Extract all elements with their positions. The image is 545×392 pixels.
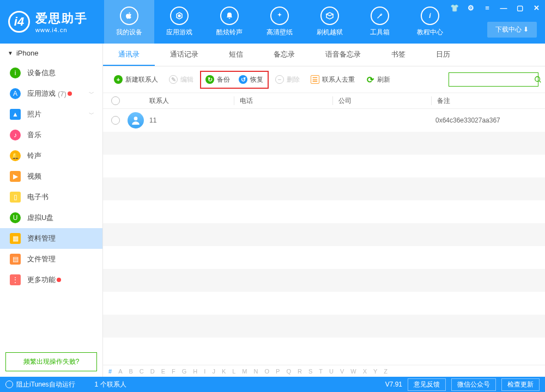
photo-icon: ▲	[10, 109, 21, 120]
logo-icon: i4	[8, 11, 30, 33]
app-url: www.i4.cn	[35, 27, 88, 33]
restore-button[interactable]: ↺恢复	[234, 73, 268, 87]
select-all-checkbox[interactable]	[111, 96, 120, 105]
tab-4[interactable]: 语音备忘录	[310, 44, 376, 66]
alpha-V[interactable]: V	[340, 368, 344, 375]
alpha-B[interactable]: B	[129, 368, 132, 375]
alpha-#[interactable]: #	[108, 368, 112, 375]
table-row	[103, 246, 545, 269]
dedupe-button[interactable]: ☰联系人去重	[306, 73, 359, 87]
nav-apps[interactable]: 应用游戏	[154, 0, 204, 44]
alpha-O[interactable]: O	[264, 368, 269, 375]
alpha-H[interactable]: H	[193, 368, 197, 375]
logo[interactable]: i4 爱思助手 www.i4.cn	[0, 10, 96, 33]
feedback-button[interactable]: 意见反馈	[408, 378, 446, 391]
tab-0[interactable]: 通讯录	[103, 44, 155, 66]
table-body: 110x64c36e33027aa367	[103, 109, 545, 365]
sidebar-item-more[interactable]: ⋮更多功能	[0, 270, 102, 290]
sidebar-item-udisk[interactable]: U虚拟U盘	[0, 207, 102, 228]
video-icon: ▶	[10, 171, 21, 182]
help-link[interactable]: 频繁出现操作失败?	[5, 352, 97, 371]
nav-wallpapers[interactable]: 高清壁纸	[255, 0, 305, 44]
sidebar-item-video[interactable]: ▶视频	[0, 166, 102, 187]
alpha-J[interactable]: J	[212, 368, 215, 375]
table-row[interactable]: 110x64c36e33027aa367	[103, 109, 545, 132]
minimize-icon[interactable]: —	[498, 3, 510, 13]
sidebar-item-music[interactable]: ♪音乐	[0, 125, 102, 145]
table-row	[103, 132, 545, 155]
nav-flash[interactable]: 刷机越狱	[305, 0, 355, 44]
chevron-down-icon: ﹀	[89, 90, 94, 97]
table-row	[103, 200, 545, 223]
alpha-S[interactable]: S	[308, 368, 312, 375]
alpha-I[interactable]: I	[204, 368, 205, 375]
alpha-C[interactable]: C	[140, 368, 144, 375]
settings-icon[interactable]: ⚙	[465, 3, 477, 13]
sidebar-item-file[interactable]: ▤文件管理	[0, 249, 102, 270]
table-header: 联系人 电话 公司 备注	[103, 93, 545, 109]
search-box[interactable]	[449, 72, 538, 87]
sidebar-item-bell[interactable]: 🔔铃声	[0, 145, 102, 166]
menu-icon[interactable]: ≡	[481, 3, 493, 13]
tab-6[interactable]: 日历	[421, 44, 465, 66]
col-company[interactable]: 公司	[333, 96, 431, 106]
alpha-Q[interactable]: Q	[286, 368, 291, 375]
alpha-Z[interactable]: Z	[384, 368, 387, 375]
alpha-A[interactable]: A	[118, 368, 122, 375]
close-icon[interactable]: ✕	[530, 3, 542, 13]
alpha-D[interactable]: D	[150, 368, 155, 375]
sidebar-item-data[interactable]: ▦资料管理	[0, 228, 102, 249]
nav-toolbox[interactable]: 工具箱	[355, 0, 405, 44]
device-selector[interactable]: ▼ iPhone	[0, 44, 102, 63]
search-icon[interactable]	[534, 76, 542, 83]
sidebar-item-info[interactable]: i设备信息	[0, 63, 102, 83]
nav-ringtones[interactable]: 酷炫铃声	[204, 0, 255, 44]
col-phone[interactable]: 电话	[234, 96, 332, 106]
alpha-L[interactable]: L	[232, 368, 235, 375]
nav-tutorials[interactable]: i 教程中心	[405, 0, 455, 44]
alpha-X[interactable]: X	[363, 368, 367, 375]
alpha-P[interactable]: P	[276, 368, 280, 375]
edit-button[interactable]: ✎编辑	[165, 73, 198, 87]
alpha-F[interactable]: F	[172, 368, 175, 375]
sidebar-item-photo[interactable]: ▲照片﹀	[0, 104, 102, 125]
itunes-toggle[interactable]	[5, 381, 13, 388]
delete-button[interactable]: −删除	[271, 73, 304, 87]
alpha-W[interactable]: W	[350, 368, 356, 375]
sidebar-item-app[interactable]: A应用游戏(7)﹀	[0, 83, 102, 104]
header: i4 爱思助手 www.i4.cn 我的设备 应用游戏 酷炫铃声 高清壁纸 刷机…	[0, 0, 545, 44]
alpha-N[interactable]: N	[254, 368, 258, 375]
alpha-M[interactable]: M	[242, 368, 247, 375]
new-contact-button[interactable]: +新建联系人	[110, 73, 162, 87]
tab-3[interactable]: 备忘录	[258, 44, 310, 66]
info-icon: i	[10, 68, 21, 78]
backup-button[interactable]: ↻备份	[201, 73, 234, 87]
wechat-button[interactable]: 微信公众号	[451, 378, 496, 391]
nav-my-device[interactable]: 我的设备	[104, 0, 154, 44]
row-checkbox[interactable]	[111, 116, 120, 125]
search-input[interactable]	[452, 76, 534, 83]
alpha-E[interactable]: E	[161, 368, 165, 375]
file-icon: ▤	[10, 254, 21, 265]
refresh-button[interactable]: ⟳刷新	[361, 73, 395, 87]
alpha-Y[interactable]: Y	[373, 368, 377, 375]
alpha-U[interactable]: U	[329, 368, 334, 375]
sidebar-item-book[interactable]: ▯电子书	[0, 187, 102, 207]
alpha-K[interactable]: K	[222, 368, 226, 375]
update-button[interactable]: 检查更新	[501, 378, 540, 391]
shirt-icon[interactable]: 👕	[449, 3, 461, 13]
caret-down-icon: ▼	[8, 50, 13, 56]
tab-1[interactable]: 通话记录	[155, 44, 214, 66]
maximize-icon[interactable]: ▢	[514, 3, 526, 13]
alpha-T[interactable]: T	[319, 368, 323, 375]
alpha-G[interactable]: G	[182, 368, 187, 375]
col-note[interactable]: 备注	[432, 96, 545, 106]
alpha-R[interactable]: R	[298, 368, 302, 375]
itunes-label: 阻止iTunes自动运行	[16, 380, 75, 389]
more-icon: ⋮	[10, 274, 21, 285]
col-name[interactable]: 联系人	[128, 96, 234, 106]
download-center-button[interactable]: 下载中心 ⬇	[487, 22, 537, 38]
tab-2[interactable]: 短信	[214, 44, 258, 66]
tab-5[interactable]: 书签	[376, 44, 421, 66]
app-icon: A	[10, 88, 21, 99]
